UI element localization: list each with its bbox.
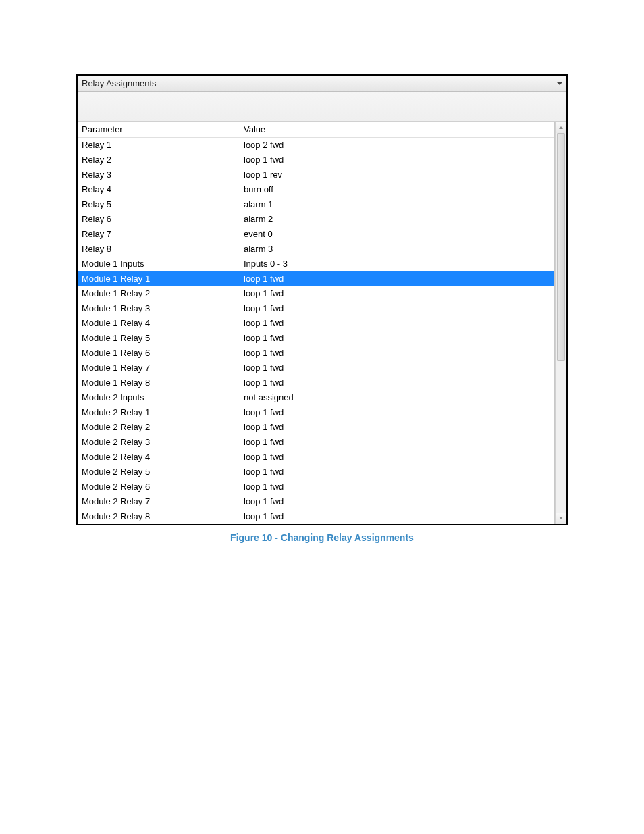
cell-parameter: Module 1 Relay 7 [78, 361, 240, 375]
table-row[interactable]: Module 2 Relay 7loop 1 fwd [78, 494, 554, 509]
table-row[interactable]: Relay 1loop 2 fwd [78, 138, 554, 153]
cell-empty [383, 271, 554, 286]
table-row[interactable]: Module 2 Relay 2loop 1 fwd [78, 420, 554, 435]
table-row[interactable]: Relay 2loop 1 fwd [78, 153, 554, 167]
table-row[interactable]: Module 1 Relay 5loop 1 fwd [78, 331, 554, 346]
table-row[interactable]: Module 2 Relay 3loop 1 fwd [78, 435, 554, 450]
table-row[interactable]: Module 1 Relay 4loop 1 fwd [78, 316, 554, 331]
cell-empty [383, 167, 554, 182]
cell-empty [383, 375, 554, 390]
table-row[interactable]: Module 1 Relay 2loop 1 fwd [78, 286, 554, 301]
cell-value: loop 1 fwd [240, 375, 383, 390]
table-row[interactable]: Module 1 Relay 6loop 1 fwd [78, 346, 554, 361]
cell-empty [383, 286, 554, 301]
chevron-down-icon [559, 517, 563, 519]
cell-value: loop 1 fwd [240, 479, 383, 494]
cell-parameter: Relay 8 [78, 242, 240, 257]
cell-empty [383, 316, 554, 331]
table-row[interactable]: Module 2 Relay 8loop 1 fwd [78, 509, 554, 524]
cell-parameter: Module 1 Relay 6 [78, 346, 240, 361]
cell-empty [383, 361, 554, 375]
cell-parameter: Module 1 Inputs [78, 257, 240, 271]
cell-empty [383, 227, 554, 242]
cell-empty [383, 212, 554, 227]
cell-parameter: Module 1 Relay 5 [78, 331, 240, 346]
scroll-thumb[interactable] [557, 133, 565, 361]
table-row[interactable]: Module 1 Relay 8loop 1 fwd [78, 375, 554, 390]
relay-table: Parameter Value Relay 1loop 2 fwdRelay 2… [78, 122, 554, 524]
cell-empty [383, 242, 554, 257]
cell-value: loop 1 fwd [240, 494, 383, 509]
column-header-parameter[interactable]: Parameter [78, 122, 240, 138]
cell-value: event 0 [240, 227, 383, 242]
cell-parameter: Module 2 Relay 6 [78, 479, 240, 494]
cell-value: loop 1 fwd [240, 405, 383, 420]
cell-value: loop 1 rev [240, 167, 383, 182]
cell-parameter: Module 1 Relay 2 [78, 286, 240, 301]
cell-empty [383, 509, 554, 524]
cell-empty [383, 197, 554, 212]
panel-title-bar[interactable]: Relay Assignments [78, 76, 566, 92]
table-row[interactable]: Module 1 Relay 1loop 1 fwd [78, 271, 554, 286]
cell-parameter: Module 2 Relay 2 [78, 420, 240, 435]
cell-parameter: Module 2 Relay 8 [78, 509, 240, 524]
scroll-track[interactable] [556, 133, 566, 513]
cell-empty [383, 405, 554, 420]
table-row[interactable]: Relay 8alarm 3 [78, 242, 554, 257]
cell-parameter: Module 2 Relay 3 [78, 435, 240, 450]
cell-parameter: Module 2 Relay 5 [78, 465, 240, 479]
table-row[interactable]: Module 2 Relay 4loop 1 fwd [78, 450, 554, 465]
cell-empty [383, 153, 554, 167]
cell-empty [383, 450, 554, 465]
cell-parameter: Module 2 Inputs [78, 390, 240, 405]
cell-parameter: Module 2 Relay 1 [78, 405, 240, 420]
dropdown-icon[interactable] [557, 82, 562, 85]
table-row[interactable]: Module 2 Relay 1loop 1 fwd [78, 405, 554, 420]
cell-value: loop 1 fwd [240, 286, 383, 301]
table-row[interactable]: Module 1 Relay 3loop 1 fwd [78, 301, 554, 316]
table-row[interactable]: Relay 4burn off [78, 182, 554, 197]
cell-value: loop 1 fwd [240, 271, 383, 286]
cell-value: loop 2 fwd [240, 138, 383, 153]
column-header-empty [383, 122, 554, 138]
cell-parameter: Relay 1 [78, 138, 240, 153]
scroll-up-button[interactable] [556, 122, 566, 133]
column-header-value[interactable]: Value [240, 122, 383, 138]
cell-empty [383, 182, 554, 197]
cell-parameter: Module 2 Relay 7 [78, 494, 240, 509]
cell-value: loop 1 fwd [240, 153, 383, 167]
table-row[interactable]: Relay 3loop 1 rev [78, 167, 554, 182]
table-area: Parameter Value Relay 1loop 2 fwdRelay 2… [78, 122, 555, 524]
cell-parameter: Relay 6 [78, 212, 240, 227]
scroll-down-button[interactable] [556, 513, 566, 524]
cell-value: loop 1 fwd [240, 346, 383, 361]
table-row[interactable]: Module 1 InputsInputs 0 - 3 [78, 257, 554, 271]
table-row[interactable]: Module 2 Relay 6loop 1 fwd [78, 479, 554, 494]
table-row[interactable]: Relay 7event 0 [78, 227, 554, 242]
cell-empty [383, 138, 554, 153]
cell-parameter: Module 2 Relay 4 [78, 450, 240, 465]
relay-assignments-panel: Relay Assignments Parameter Value Relay … [76, 74, 568, 525]
table-row[interactable]: Module 2 Inputsnot assigned [78, 390, 554, 405]
cell-value: alarm 1 [240, 197, 383, 212]
vertical-scrollbar[interactable] [555, 122, 566, 524]
chevron-up-icon [559, 126, 563, 129]
cell-value: loop 1 fwd [240, 331, 383, 346]
cell-empty [383, 331, 554, 346]
cell-parameter: Module 1 Relay 8 [78, 375, 240, 390]
table-row[interactable]: Module 2 Relay 5loop 1 fwd [78, 465, 554, 479]
cell-value: alarm 2 [240, 212, 383, 227]
cell-parameter: Relay 5 [78, 197, 240, 212]
cell-value: loop 1 fwd [240, 316, 383, 331]
table-row[interactable]: Relay 5alarm 1 [78, 197, 554, 212]
cell-empty [383, 465, 554, 479]
table-row[interactable]: Module 1 Relay 7loop 1 fwd [78, 361, 554, 375]
cell-empty [383, 346, 554, 361]
cell-value: loop 1 fwd [240, 450, 383, 465]
figure-caption: Figure 10 - Changing Relay Assignments [76, 532, 568, 543]
cell-parameter: Module 1 Relay 3 [78, 301, 240, 316]
cell-parameter: Module 1 Relay 4 [78, 316, 240, 331]
table-row[interactable]: Relay 6alarm 2 [78, 212, 554, 227]
cell-parameter: Relay 4 [78, 182, 240, 197]
cell-value: loop 1 fwd [240, 509, 383, 524]
